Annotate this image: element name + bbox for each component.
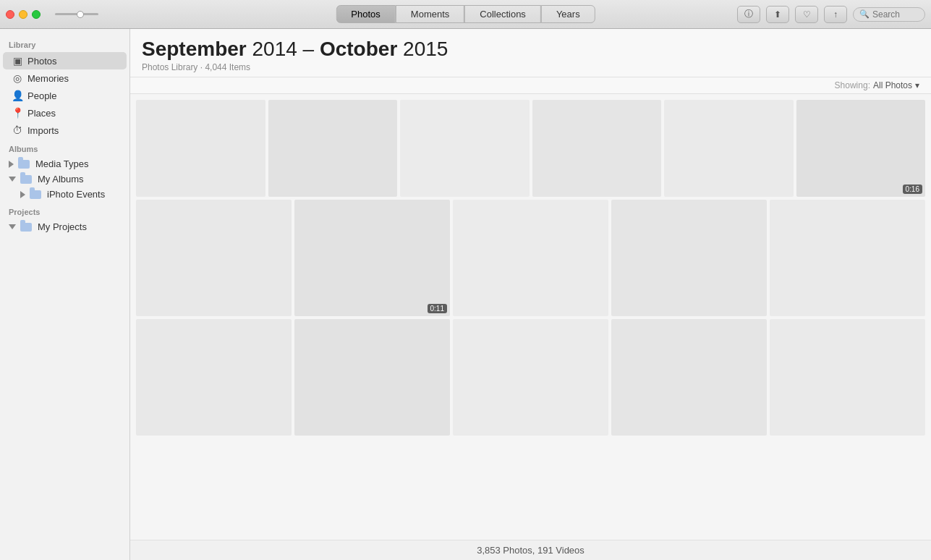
title-date2: 2015 xyxy=(397,38,448,60)
content-title: September 2014 – October 2015 xyxy=(142,38,919,61)
photo-cell[interactable] xyxy=(136,200,292,316)
photo-cell[interactable] xyxy=(611,319,767,436)
photo-cell[interactable] xyxy=(136,319,292,436)
footer-text: 3,853 Photos, 191 Videos xyxy=(477,545,584,556)
expand-icon-media-types xyxy=(9,161,14,168)
photo-cell[interactable] xyxy=(611,200,767,316)
grid-row-1: 0:11 xyxy=(136,200,925,316)
content-footer: 3,853 Photos, 191 Videos xyxy=(130,540,931,560)
showing-label: Showing: xyxy=(835,80,870,90)
photo-cell[interactable]: 0:16 xyxy=(796,100,926,197)
photos-icon: ▣ xyxy=(12,55,23,67)
content-toolbar: Showing: All Photos ▾ xyxy=(130,77,931,94)
memories-icon: ◎ xyxy=(12,72,23,84)
sidebar-item-my-projects[interactable]: My Projects xyxy=(0,219,129,234)
close-button[interactable] xyxy=(6,10,14,19)
library-name: Photos Library xyxy=(142,62,197,72)
places-icon: 📍 xyxy=(12,107,23,119)
content-subtitle: Photos Library · 4,044 Items xyxy=(142,62,919,72)
sidebar-item-iphoto-events[interactable]: iPhoto Events xyxy=(0,187,129,202)
photo-cell[interactable]: 0:11 xyxy=(294,200,450,316)
sidebar-item-places[interactable]: 📍 Places xyxy=(3,104,127,122)
sidebar-item-media-types[interactable]: Media Types xyxy=(0,156,129,171)
slider-thumb[interactable] xyxy=(77,11,84,18)
grid-row-2 xyxy=(136,319,925,436)
people-icon: 👤 xyxy=(12,90,23,101)
photo-cell[interactable] xyxy=(268,100,398,197)
minimize-button[interactable] xyxy=(19,10,27,19)
zoom-slider[interactable] xyxy=(55,13,98,15)
albums-section-label: Albums xyxy=(0,139,129,156)
folder-icon-media-types xyxy=(18,160,30,169)
tab-collections[interactable]: Collections xyxy=(464,5,541,23)
library-section-label: Library xyxy=(0,35,129,52)
main-layout: Library ▣ Photos ◎ Memories 👤 People 📍 P… xyxy=(0,29,931,560)
folder-icon-my-albums xyxy=(20,175,32,184)
photo-cell[interactable] xyxy=(294,319,450,436)
sidebar: Library ▣ Photos ◎ Memories 👤 People 📍 P… xyxy=(0,29,130,560)
toolbar-right: ⓘ ⬆ ♡ ↑ 🔍 xyxy=(737,6,925,23)
projects-section-label: Projects xyxy=(0,202,129,219)
content-area: September 2014 – October 2015 Photos Lib… xyxy=(130,29,931,560)
sidebar-label-places: Places xyxy=(27,108,56,119)
export-button[interactable]: ↑ xyxy=(824,6,847,23)
search-box[interactable]: 🔍 xyxy=(853,7,925,22)
title-month2: October xyxy=(320,38,397,60)
sidebar-label-memories: Memories xyxy=(27,73,69,84)
slider-track xyxy=(55,13,98,15)
folder-icon-my-projects xyxy=(20,223,32,232)
sidebar-label-iphoto-events: iPhoto Events xyxy=(47,189,105,200)
info-button[interactable]: ⓘ xyxy=(737,6,760,23)
traffic-lights xyxy=(6,10,41,19)
sidebar-item-photos[interactable]: ▣ Photos xyxy=(3,52,127,69)
sidebar-label-media-types: Media Types xyxy=(35,158,88,169)
sidebar-label-photos: Photos xyxy=(27,56,56,67)
showing-value: All Photos xyxy=(873,80,912,90)
sidebar-item-memories[interactable]: ◎ Memories xyxy=(3,69,127,87)
photo-cell[interactable] xyxy=(770,200,925,316)
titlebar: PhotosMomentsCollectionsYears ⓘ ⬆ ♡ ↑ 🔍 xyxy=(0,0,931,29)
sidebar-label-imports: Imports xyxy=(27,125,59,136)
sidebar-label-people: People xyxy=(27,90,56,101)
photo-cell[interactable] xyxy=(400,100,530,197)
sidebar-label-my-albums: My Albums xyxy=(38,174,84,184)
sidebar-label-my-projects: My Projects xyxy=(38,221,87,232)
search-icon: 🔍 xyxy=(859,9,870,19)
sidebar-item-my-albums[interactable]: My Albums xyxy=(0,171,129,187)
heart-button[interactable]: ♡ xyxy=(795,6,818,23)
sidebar-item-people[interactable]: 👤 People xyxy=(3,87,127,104)
expand-icon-my-albums xyxy=(9,177,16,182)
video-duration-badge: 0:11 xyxy=(428,304,447,313)
photo-cell[interactable] xyxy=(136,100,265,197)
folder-icon-iphoto-events xyxy=(30,190,41,199)
expand-icon-iphoto-events xyxy=(20,191,25,198)
expand-icon-my-projects xyxy=(9,224,16,229)
tab-bar: PhotosMomentsCollectionsYears xyxy=(336,5,595,23)
photo-cell[interactable] xyxy=(453,200,608,316)
tab-moments[interactable]: Moments xyxy=(396,5,464,23)
photo-cell[interactable] xyxy=(770,319,925,436)
share-button[interactable]: ⬆ xyxy=(766,6,789,23)
grid-row-0: 0:16 xyxy=(136,100,925,197)
maximize-button[interactable] xyxy=(32,10,41,19)
photo-cell[interactable] xyxy=(532,100,662,197)
video-duration-badge: 0:16 xyxy=(903,184,922,194)
imports-icon: ⏱ xyxy=(12,124,23,136)
title-date1: 2014 – xyxy=(247,38,320,60)
photo-cell[interactable] xyxy=(453,319,608,436)
showing-dropdown[interactable]: Showing: All Photos ▾ xyxy=(835,80,919,90)
title-month1: September xyxy=(142,38,247,60)
tab-years[interactable]: Years xyxy=(541,5,595,23)
search-input[interactable] xyxy=(872,9,923,20)
chevron-down-icon: ▾ xyxy=(915,80,919,90)
tab-photos[interactable]: Photos xyxy=(336,5,395,23)
photo-grid: 0:160:11 xyxy=(130,94,931,540)
sidebar-item-imports[interactable]: ⏱ Imports xyxy=(3,122,127,139)
photo-cell[interactable] xyxy=(664,100,794,197)
item-count: 4,044 Items xyxy=(205,62,250,72)
content-header: September 2014 – October 2015 Photos Lib… xyxy=(130,29,931,77)
